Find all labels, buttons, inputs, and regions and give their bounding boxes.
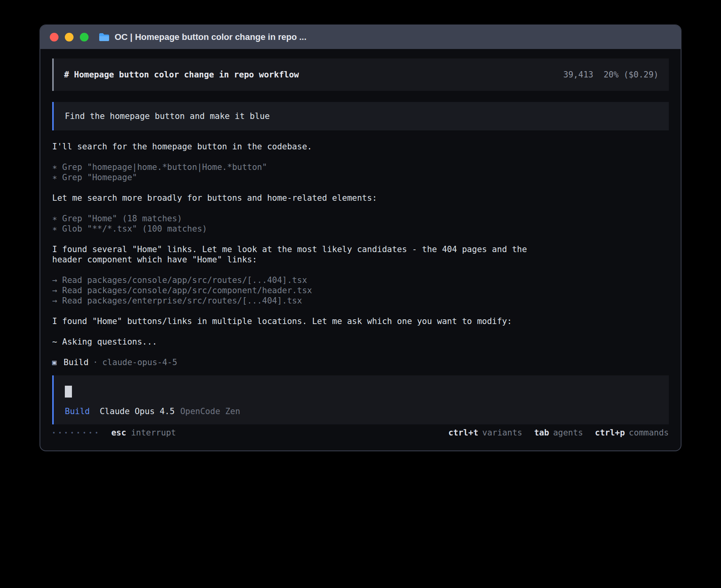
model-label: Claude Opus 4.5 [100, 406, 175, 416]
agent-icon: ▣ [52, 357, 57, 368]
tool-call-block: → Read packages/console/app/src/routes/[… [52, 275, 669, 306]
folder-icon [99, 33, 109, 41]
provider-label: OpenCode Zen [180, 406, 240, 416]
hint-label: agents [553, 428, 583, 438]
session-stats: 39,413 20% ($0.29) [563, 70, 659, 79]
tool-call-block: ∗ Grep "Home" (18 matches) ∗ Glob "**/*.… [52, 213, 669, 234]
context-cost: 20% ($0.29) [604, 70, 659, 79]
tool-call-line: → Read packages/console/app/src/componen… [52, 285, 669, 296]
session-header: # Homepage button color change in repo w… [52, 58, 669, 91]
hint-key: tab [534, 428, 549, 438]
hint-commands: ctrl+p commands [595, 428, 669, 438]
title-wrap: OC | Homepage button color change in rep… [99, 32, 306, 42]
close-button[interactable] [50, 33, 59, 41]
assistant-text-block: I found "Home" buttons/links in multiple… [52, 316, 669, 326]
mode-label: Build [65, 406, 90, 416]
hint-label: variants [482, 428, 522, 438]
titlebar: OC | Homepage button color change in rep… [40, 25, 681, 49]
zoom-button[interactable] [80, 33, 89, 41]
traffic-lights [50, 33, 89, 41]
terminal-content: # Homepage button color change in repo w… [40, 49, 681, 450]
app-window: OC | Homepage button color change in rep… [40, 24, 681, 451]
assistant-text-block: I'll search for the homepage button in t… [52, 141, 669, 152]
assistant-text-block: I found several "Home" links. Let me loo… [52, 244, 669, 265]
assistant-line: Let me search more broadly for buttons a… [52, 193, 669, 203]
assistant-line: I'll search for the homepage button in t… [52, 141, 669, 152]
activity-status-block: ~ Asking questions... [52, 337, 669, 347]
user-message-block: Find the homepage button and make it blu… [52, 102, 669, 130]
text-cursor [65, 386, 72, 398]
tool-call-line: → Read packages/console/app/src/routes/[… [52, 275, 669, 285]
window-title: OC | Homepage button color change in rep… [115, 32, 306, 42]
session-title: # Homepage button color change in repo w… [64, 70, 299, 79]
hint-key: ctrl+p [595, 428, 625, 438]
tool-call-line: ∗ Grep "Home" (18 matches) [52, 213, 669, 224]
shortcut-hints: ctrl+t variants tab agents ctrl+p comman… [448, 428, 669, 438]
tool-call-block: ∗ Grep "homepage|home.*button|Home.*butt… [52, 162, 669, 183]
tool-call-line: ∗ Glob "**/*.tsx" (100 matches) [52, 224, 669, 234]
hint-key: ctrl+t [448, 428, 478, 438]
tool-call-line: → Read packages/enterprise/src/routes/[.… [52, 296, 669, 306]
input-meta: Build Claude Opus 4.5 OpenCode Zen [65, 406, 658, 416]
esc-shortcut-key: esc [111, 428, 126, 438]
status-bar: •••••••• esc interrupt ctrl+t variants t… [52, 428, 669, 438]
agent-model: claude-opus-4-5 [102, 357, 177, 368]
esc-shortcut-label: interrupt [131, 428, 176, 438]
tool-call-line: ∗ Grep "homepage|home.*button|Home.*butt… [52, 162, 669, 172]
assistant-line: I found "Home" buttons/links in multiple… [52, 316, 669, 326]
token-count: 39,413 [563, 70, 593, 79]
spinner-dots: •••••••• [52, 428, 101, 438]
prompt-input[interactable]: Build Claude Opus 4.5 OpenCode Zen [52, 375, 669, 424]
hint-agents: tab agents [534, 428, 583, 438]
user-message-text: Find the homepage button and make it blu… [65, 111, 270, 121]
agent-name: Build [64, 357, 89, 368]
hint-label: commands [629, 428, 669, 438]
activity-status-line: ~ Asking questions... [52, 337, 669, 347]
agent-status: ▣ Build · claude-opus-4-5 [52, 357, 669, 368]
agent-separator: · [93, 357, 98, 368]
assistant-text-block: Let me search more broadly for buttons a… [52, 193, 669, 203]
tool-call-line: ∗ Grep "Homepage" [52, 172, 669, 183]
minimize-button[interactable] [65, 33, 74, 41]
assistant-line: header component which have "Home" links… [52, 254, 669, 265]
assistant-line: I found several "Home" links. Let me loo… [52, 244, 669, 254]
hint-variants: ctrl+t variants [448, 428, 522, 438]
